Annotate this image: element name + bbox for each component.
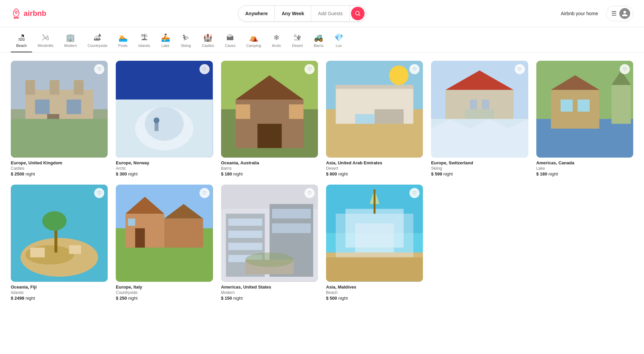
svg-rect-3 — [25, 80, 35, 94]
category-label-windmills: Windmills — [37, 44, 53, 48]
host-link[interactable]: Airbnb your home — [558, 8, 601, 19]
category-item-skiing[interactable]: ⛷ Skiing — [176, 31, 196, 52]
svg-rect-80 — [355, 223, 394, 252]
svg-rect-44 — [578, 100, 590, 112]
category-label-pools: Pools — [118, 44, 128, 48]
svg-rect-20 — [257, 124, 281, 148]
search-button[interactable] — [351, 7, 365, 20]
listing-card-9[interactable]: ♡ Americas, United States Modern $ 150 n… — [221, 185, 318, 300]
category-item-islands[interactable]: 🏝 Islands — [133, 31, 156, 52]
heart-button-8[interactable]: ♡ — [199, 188, 210, 198]
svg-rect-41 — [551, 90, 599, 129]
category-icon-camping: ⛺ — [249, 34, 258, 42]
svg-rect-69 — [228, 243, 262, 250]
category-item-countryside[interactable]: 🏕 Countryside — [82, 31, 113, 52]
category-item-desert[interactable]: 🏜 Desert — [287, 31, 308, 52]
search-bar[interactable]: Anywhere Any Week Add Guests — [238, 5, 366, 22]
category-label-castles: Castles — [202, 44, 214, 48]
search-add-guests[interactable]: Add Guests — [311, 6, 350, 21]
svg-rect-71 — [272, 209, 311, 219]
category-nav: 🏖 Beach 🌬 Windmills 🏢 Modern 🏕 Countrysi… — [0, 27, 644, 53]
heart-button-5[interactable]: ♡ — [515, 64, 525, 74]
category-item-beach[interactable]: 🏖 Beach — [11, 31, 32, 52]
category-icon-castles: 🏰 — [203, 34, 212, 42]
svg-point-51 — [42, 211, 66, 230]
category-item-caves[interactable]: 🏔 Caves — [219, 31, 241, 52]
category-item-modern[interactable]: 🏢 Modern — [59, 31, 82, 52]
listing-type-1: Castles — [11, 166, 108, 171]
svg-point-29 — [389, 65, 408, 85]
listing-type-3: Barns — [221, 166, 318, 171]
svg-point-13 — [145, 107, 184, 141]
svg-rect-68 — [228, 231, 262, 238]
category-icon-lake: 🚣 — [161, 34, 170, 42]
category-label-modern: Modern — [64, 44, 77, 48]
listing-image-4: ♡ — [326, 61, 423, 158]
svg-rect-45 — [611, 85, 630, 124]
svg-rect-43 — [560, 100, 572, 112]
svg-rect-72 — [272, 223, 311, 233]
avatar — [619, 8, 630, 19]
listing-image-3: ♡ — [221, 61, 318, 158]
listing-price-8: $ 250 night — [116, 296, 213, 301]
category-item-arctic[interactable]: ❄ Arctic — [267, 31, 287, 52]
listing-type-8: Countryside — [116, 290, 213, 295]
listing-location-8: Europe, Italy — [116, 284, 213, 290]
listing-price-7: $ 2499 night — [11, 296, 108, 301]
listing-image-10: ♡ — [326, 185, 423, 281]
nav-right: Airbnb your home ☰ — [558, 6, 633, 21]
svg-rect-36 — [482, 100, 489, 109]
listing-price-10: $ 500 night — [326, 296, 423, 301]
listing-location-10: Asia, Maldives — [326, 284, 423, 290]
category-label-desert: Desert — [292, 44, 303, 48]
listing-price-9: $ 150 night — [221, 296, 318, 301]
listing-card-8[interactable]: ♡ Europe, Italy Countryside $ 250 night — [116, 185, 213, 300]
listing-image-7: ♡ — [11, 185, 108, 281]
category-label-camping: Camping — [246, 44, 261, 48]
listing-type-4: Desert — [326, 166, 423, 171]
listing-type-7: Islands — [11, 290, 108, 295]
svg-rect-8 — [66, 100, 81, 114]
nav-menu[interactable]: ☰ — [606, 6, 633, 21]
category-item-lake[interactable]: 🚣 Lake — [156, 31, 176, 52]
category-label-countryside: Countryside — [88, 44, 108, 48]
category-icon-skiing: ⛷ — [182, 34, 190, 42]
listing-location-6: Americas, Canada — [536, 160, 633, 165]
category-item-barns[interactable]: 🚜 Barns — [308, 31, 329, 52]
category-item-camping[interactable]: ⛺ Camping — [241, 31, 267, 52]
listing-price-6: $ 180 night — [536, 171, 633, 176]
heart-button-2[interactable]: ♡ — [199, 64, 210, 74]
listing-card-7[interactable]: ♡ Oceania, Fiji Islands $ 2499 night — [11, 185, 108, 300]
heart-button-3[interactable]: ♡ — [304, 64, 315, 74]
listing-card-10[interactable]: ♡ Asia, Maldives Beach $ 500 night — [326, 185, 423, 300]
category-item-windmills[interactable]: 🌬 Windmills — [32, 31, 59, 52]
listing-location-1: Europe, United Kingdom — [11, 160, 108, 165]
listing-image-6: ♡ — [536, 61, 633, 158]
category-icon-barns: 🚜 — [314, 34, 323, 42]
listing-card-4[interactable]: ♡ Asia, United Arab Emirates Desert $ 80… — [326, 61, 423, 176]
logo-text: airbnb — [24, 9, 46, 18]
listings-grid: ♡ Europe, United Kingdom Castles $ 2500 … — [11, 61, 633, 301]
category-label-caves: Caves — [225, 44, 235, 48]
svg-rect-5 — [74, 80, 84, 94]
listing-type-2: Arctic — [116, 166, 213, 171]
logo[interactable]: airbnb — [11, 8, 46, 19]
category-label-arctic: Arctic — [272, 44, 281, 48]
category-icon-lux: 💎 — [334, 34, 343, 42]
svg-rect-35 — [470, 100, 477, 109]
listing-card-1[interactable]: ♡ Europe, United Kingdom Castles $ 2500 … — [11, 61, 108, 176]
category-item-pools[interactable]: 🏊 Pools — [113, 31, 133, 52]
listing-card-5[interactable]: ♡ Europe, Switzerland Skiing $ 599 night — [431, 61, 528, 176]
category-item-lux[interactable]: 💎 Lux — [329, 31, 349, 52]
heart-button-6[interactable]: ♡ — [620, 64, 630, 74]
category-icon-desert: 🏜 — [294, 34, 301, 42]
listing-card-3[interactable]: ♡ Oceania, Australia Barns $ 180 night — [221, 61, 318, 176]
search-any-week[interactable]: Any Week — [275, 6, 311, 21]
category-item-castles[interactable]: 🏰 Castles — [196, 31, 220, 52]
listing-card-6[interactable]: ♡ Americas, Canada Lake $ 180 night — [536, 61, 633, 176]
svg-rect-9 — [11, 119, 108, 158]
listing-card-2[interactable]: ♡ Europe, Norway Arctic $ 300 night — [116, 61, 213, 176]
search-anywhere[interactable]: Anywhere — [238, 6, 275, 21]
category-icon-modern: 🏢 — [66, 34, 75, 42]
category-label-lux: Lux — [336, 44, 342, 48]
